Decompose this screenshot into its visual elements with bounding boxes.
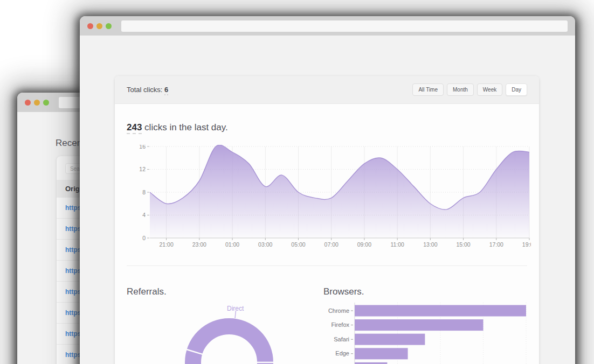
svg-text:17:00: 17:00	[489, 241, 503, 248]
referrals-title: Referrals.	[127, 286, 312, 297]
svg-text:0: 0	[142, 235, 146, 241]
svg-text:23:00: 23:00	[192, 241, 206, 248]
svg-text:8: 8	[142, 189, 146, 195]
fg-traffic-lights	[87, 23, 112, 29]
fg-url-bar[interactable]	[121, 20, 568, 32]
filter-all-time-button[interactable]: All Time	[412, 83, 444, 96]
svg-text:15:00: 15:00	[456, 241, 470, 248]
donut-ring	[193, 326, 265, 364]
total-clicks-text: Total clicks:	[127, 86, 162, 94]
minimize-icon[interactable]	[34, 100, 40, 106]
stats-card-header: Total clicks: 6 All Time Month Week Day	[115, 76, 539, 104]
section-divider	[127, 265, 527, 266]
svg-text:Chrome: Chrome	[328, 307, 349, 314]
fg-titlebar	[80, 16, 575, 36]
svg-text:Safari: Safari	[334, 336, 349, 342]
bg-traffic-lights	[25, 100, 49, 106]
svg-text:16: 16	[139, 145, 146, 150]
svg-text:12: 12	[139, 166, 146, 172]
svg-text:03:00: 03:00	[258, 241, 272, 248]
svg-text:01:00: 01:00	[225, 241, 239, 248]
analytics-browser-window: Total clicks: 6 All Time Month Week Day …	[80, 16, 575, 364]
stats-card-body: 243 clicks in the last day. 048121621:00…	[115, 104, 539, 364]
svg-text:Firefox: Firefox	[331, 321, 349, 328]
referrals-section: Referrals. Direct	[127, 286, 312, 364]
svg-text:05:00: 05:00	[291, 241, 305, 248]
filter-day-button[interactable]: Day	[506, 83, 527, 96]
svg-text:11:00: 11:00	[390, 241, 404, 248]
referrals-donut-chart	[175, 309, 283, 364]
time-filter-group: All Time Month Week Day	[412, 83, 527, 96]
maximize-icon[interactable]	[106, 23, 112, 29]
svg-text:21:00: 21:00	[159, 241, 173, 248]
clicks-count: 243	[127, 122, 142, 134]
close-icon[interactable]	[87, 23, 93, 29]
close-icon[interactable]	[25, 100, 31, 106]
maximize-icon[interactable]	[43, 100, 49, 106]
browsers-title: Browsers.	[323, 286, 527, 297]
svg-text:4: 4	[142, 212, 146, 218]
bottom-sections: Referrals. Direct Browsers.	[127, 286, 527, 364]
filter-month-button[interactable]: Month	[447, 83, 474, 96]
browsers-bar-chart: ChromeFirefoxSafariEdgeOther	[323, 302, 527, 364]
filter-week-button[interactable]: Week	[477, 83, 502, 96]
svg-text:13:00: 13:00	[423, 241, 437, 248]
svg-text:07:00: 07:00	[324, 241, 339, 248]
recent-links-heading: Recen	[56, 138, 82, 149]
click-stats-card: Total clicks: 6 All Time Month Week Day …	[115, 76, 539, 364]
clicks-headline: 243 clicks in the last day.	[127, 122, 527, 133]
total-clicks-value: 6	[164, 86, 168, 95]
donut-label-pointer	[235, 311, 236, 318]
browsers-section: Browsers. ChromeFirefoxSafariEdgeOther	[323, 286, 527, 364]
clicks-area-chart: 048121621:0023:0001:0003:0005:0007:0009:…	[127, 145, 531, 250]
fg-window-body: Total clicks: 6 All Time Month Week Day …	[80, 36, 575, 364]
svg-text:09:00: 09:00	[357, 241, 371, 248]
clicks-headline-text: clicks in the last day.	[142, 122, 227, 132]
svg-text:19:00: 19:00	[522, 241, 531, 248]
minimize-icon[interactable]	[96, 23, 102, 29]
svg-text:Edge: Edge	[335, 350, 349, 356]
total-clicks-label: Total clicks: 6	[127, 86, 168, 94]
